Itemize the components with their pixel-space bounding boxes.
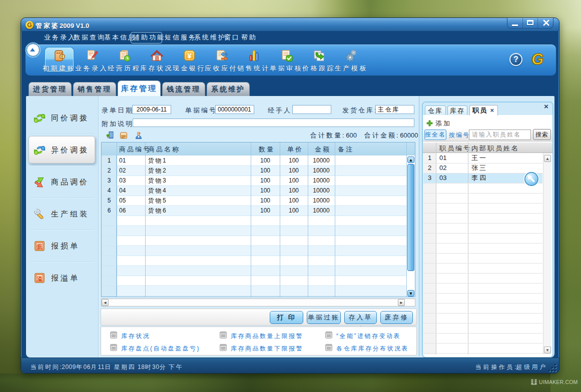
- svg-text:G: G: [531, 51, 543, 68]
- svg-text:损: 损: [37, 244, 43, 250]
- svg-text:溢: 溢: [37, 276, 43, 282]
- svg-text:¥: ¥: [187, 52, 192, 60]
